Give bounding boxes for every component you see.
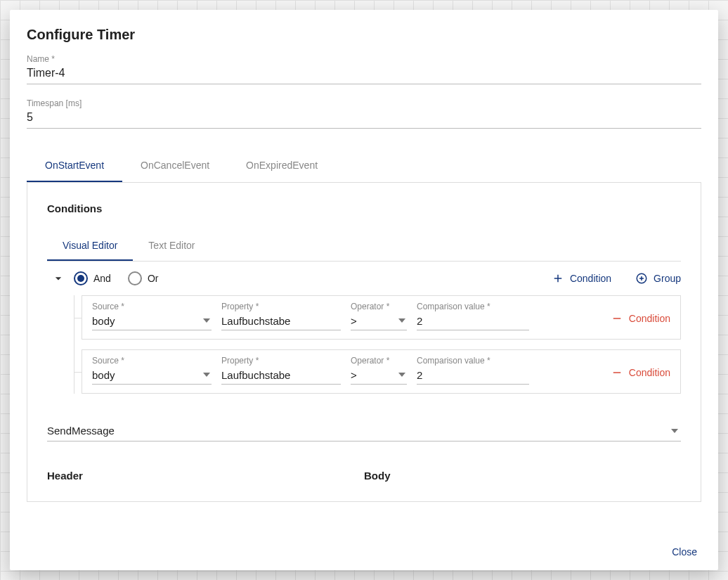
onstart-panel: Conditions Visual Editor Text Editor And… [27,183,701,502]
remove-condition-button[interactable]: Condition [611,312,670,330]
remove-condition-button[interactable]: Condition [611,366,670,385]
tab-oncancelevent[interactable]: OnCancelEvent [122,150,228,182]
collapse-toggle[interactable] [50,270,67,287]
plus-circle-icon [635,272,648,285]
add-group-label: Group [654,273,681,284]
timespan-field: Timespan [ms] [27,98,701,129]
conditions-container: Source * Property * Operator * Co [74,295,681,394]
radio-or[interactable] [128,271,142,285]
svg-rect-2 [613,372,621,373]
tab-onstartevent[interactable]: OnStartEvent [27,150,122,182]
minus-icon [611,366,623,379]
name-label: Name * [27,54,701,64]
comparison-label: Comparison value * [417,302,529,311]
minus-icon [611,312,623,325]
action-select[interactable] [47,422,681,442]
remove-condition-label: Condition [629,313,670,324]
property-input[interactable] [221,367,341,385]
condition-row: Source * Property * Operator * Co [82,349,681,394]
property-input[interactable] [221,313,341,330]
operator-select[interactable] [351,367,407,385]
operator-label: Operator * [351,356,407,366]
property-label: Property * [221,356,341,366]
radio-and[interactable] [74,271,88,285]
dialog-title: Configure Timer [10,10,718,49]
comparison-input[interactable] [417,313,529,330]
comparison-label: Comparison value * [417,356,529,366]
operator-select[interactable] [351,313,407,330]
subtab-text-editor[interactable]: Text Editor [133,231,210,261]
dialog-content[interactable]: Name * Timespan [ms] OnStartEvent OnCanc… [10,49,718,534]
operator-label: Operator * [351,302,407,311]
timespan-label: Timespan [ms] [27,98,701,108]
editor-tabs: Visual Editor Text Editor [47,231,681,262]
message-columns: Header Body [47,470,681,482]
conditions-title: Conditions [47,202,681,214]
remove-condition-label: Condition [629,367,670,378]
radio-or-label: Or [148,273,159,284]
source-label: Source * [92,302,212,311]
source-label: Source * [92,356,212,366]
chevron-down-icon [51,271,65,285]
header-column-title: Header [47,470,364,482]
logic-row: And Or Condition Group [47,262,681,295]
property-label: Property * [221,302,341,311]
add-condition-button[interactable]: Condition [552,272,611,285]
source-select[interactable] [92,313,212,330]
event-tabs: OnStartEvent OnCancelEvent OnExpiredEven… [27,150,701,183]
body-column-title: Body [364,470,681,482]
plus-icon [552,272,564,285]
close-button[interactable]: Close [662,539,707,565]
comparison-input[interactable] [417,367,529,385]
svg-rect-1 [613,318,621,319]
add-condition-label: Condition [570,273,611,284]
timespan-input[interactable] [27,108,701,129]
action-input[interactable] [47,422,681,442]
dialog-footer: Close [10,534,718,570]
subtab-visual-editor[interactable]: Visual Editor [47,231,133,261]
radio-and-label: And [93,273,111,284]
configure-timer-dialog: Configure Timer Name * Timespan [ms] OnS… [10,10,718,570]
logic-radio-group: And Or [74,271,175,285]
source-select[interactable] [92,367,212,385]
add-group-button[interactable]: Group [635,272,681,285]
name-field: Name * [27,54,701,84]
tab-onexpiredevent[interactable]: OnExpiredEvent [228,150,336,182]
condition-row: Source * Property * Operator * Co [82,295,681,340]
name-input[interactable] [27,64,701,84]
